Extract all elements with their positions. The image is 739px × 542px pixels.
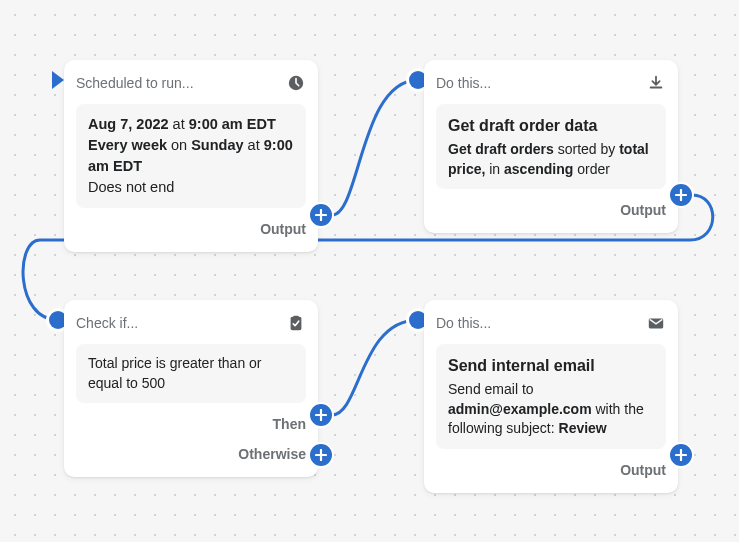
output-label: Output [620,462,666,478]
email-icon [646,313,666,333]
otherwise-label: Otherwise [238,446,306,462]
trigger-content: Aug 7, 2022 at 9:00 am EDT Every week on… [76,104,306,208]
trigger-output-add[interactable] [310,204,332,226]
action1-header: Do this... [436,75,491,91]
action2-card[interactable]: Do this... Send internal email Send emai… [424,300,678,493]
action1-content: Get draft order data Get draft orders so… [436,104,666,189]
download-icon [646,73,666,93]
clock-icon [286,73,306,93]
action1-card[interactable]: Do this... Get draft order data Get draf… [424,60,678,233]
action2-output-add[interactable] [670,444,692,466]
action2-header: Do this... [436,315,491,331]
trigger-header: Scheduled to run... [76,75,194,91]
action2-content: Send internal email Send email to admin@… [436,344,666,449]
condition-then-add[interactable] [310,404,332,426]
condition-card[interactable]: Check if... Total price is greater than … [64,300,318,477]
action1-output-add[interactable] [670,184,692,206]
condition-header: Check if... [76,315,138,331]
svg-rect-2 [293,316,298,319]
output-label: Output [260,221,306,237]
condition-otherwise-add[interactable] [310,444,332,466]
trigger-card[interactable]: Scheduled to run... Aug 7, 2022 at 9:00 … [64,60,318,252]
checklist-icon [286,313,306,333]
then-label: Then [273,416,306,432]
condition-content: Total price is greater than or equal to … [76,344,306,403]
output-label: Output [620,202,666,218]
